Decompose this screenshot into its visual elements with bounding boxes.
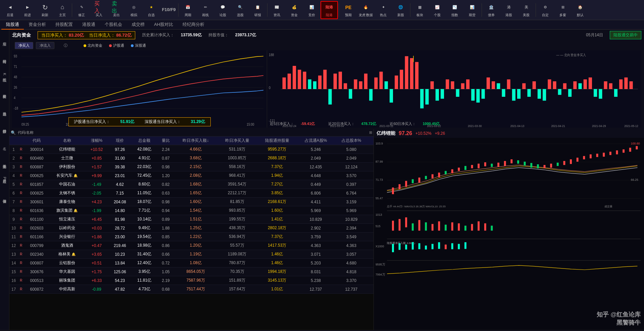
global-button[interactable]: 🌐 新股 xyxy=(392,1,409,19)
sidebar-apply[interactable]: 应用 xyxy=(1,31,9,48)
td-name[interactable]: 伊利股份 xyxy=(49,163,85,171)
table-row[interactable]: 2 R 600460 士兰微 +0.85 31.00 4.91亿 0.87 3.… xyxy=(9,154,374,163)
td-name[interactable]: 以岭药业 xyxy=(49,224,85,233)
table-row[interactable]: 12 R 000799 酒鬼酒 +0.47 219.46 18.98亿 0.86… xyxy=(9,241,374,250)
sidebar-paihang[interactable]: 炒股排行 xyxy=(1,118,9,135)
td-name[interactable]: 格林美 🔔 xyxy=(49,250,85,259)
individual-button[interactable]: 📈 个股 xyxy=(429,1,446,19)
period-button[interactable]: 📅 周期 xyxy=(179,1,197,19)
forum-button[interactable]: 💬 论股 xyxy=(214,1,232,19)
table-row[interactable]: 1 R 300014 亿纬锂能 +10.52 97.26 42.08亿 2.24… xyxy=(9,145,374,154)
td-code[interactable]: 600872 xyxy=(24,285,49,294)
draw-button[interactable]: ✏ 画线 xyxy=(197,1,214,19)
td-code[interactable]: 002603 xyxy=(24,224,49,233)
tab-trade-rank[interactable]: 成交榜 xyxy=(127,20,149,30)
multi-button[interactable]: ⊞ 多窗 xyxy=(554,1,572,19)
compete-button[interactable]: 📊 竞价 xyxy=(303,1,320,19)
tab-hk-connect[interactable]: 港股通 xyxy=(78,20,100,30)
pick-button[interactable]: 🔍 选股 xyxy=(232,1,249,19)
table-row[interactable]: 4 R 000625 长安汽车 🔔 +9.99 23.01 72.45亿 1.2… xyxy=(9,171,374,180)
td-code[interactable]: 601857 xyxy=(24,180,49,189)
td-code[interactable]: 000825 xyxy=(24,189,49,198)
sidebar-chaogupk[interactable]: 超股PK xyxy=(1,171,9,188)
td-name[interactable]: 酒鬼酒 xyxy=(49,241,85,250)
hot-button[interactable]: 🔥 龙虎 数据 xyxy=(357,1,375,19)
table-row[interactable]: 9 R 601100 恒立液压 +6.45 81.98 10.14亿 0.89 … xyxy=(9,215,374,224)
refresh-button[interactable]: ↻ 刷新 xyxy=(36,1,54,19)
table-row[interactable]: 10 R 002603 以岭药业 +0.03 28.72 9.49亿 1.88 … xyxy=(9,224,374,233)
sidebar-individual[interactable]: 个股资料 xyxy=(1,83,9,100)
research-button[interactable]: 📋 研报 xyxy=(249,1,266,19)
sell-button[interactable]: 卖出 卖出 xyxy=(108,1,125,19)
sidebar-kxian[interactable]: K线图 xyxy=(1,66,9,83)
btn-net-buy[interactable]: 净买入 xyxy=(15,42,33,49)
search-icon[interactable]: 🔍 xyxy=(11,130,16,135)
sim-button[interactable]: ◎ 模拟 xyxy=(125,1,143,19)
modify-button[interactable]: ✎ 修正 xyxy=(73,1,90,19)
futures-button[interactable]: 📊 期货 xyxy=(463,1,481,19)
td-name[interactable]: 兴业银行 xyxy=(49,233,85,241)
td-code[interactable]: 601100 xyxy=(24,215,49,224)
tab-hold-config[interactable]: 持股配置 xyxy=(51,20,78,30)
table-row[interactable]: 7 R 300601 康泰生物 +4.23 204.08 18.07亿 0.98… xyxy=(9,198,374,206)
td-name[interactable]: 长安汽车 🔔 xyxy=(49,171,85,180)
td-name[interactable]: 丽珠集团 xyxy=(49,276,85,285)
sidebar-niufen[interactable]: 牛文选股 xyxy=(1,153,9,170)
board-button[interactable]: ▦ 板块 xyxy=(411,1,429,19)
td-code[interactable]: 300601 xyxy=(24,198,49,206)
table-row[interactable]: 13 R 002340 格林美 🔔 +3.65 10.23 31.40亿 0.6… xyxy=(9,250,374,259)
table-row[interactable]: 8 R 601636 旗滨集团 🔔 -1.99 14.80 7.71亿 0.94… xyxy=(9,206,374,215)
self-button[interactable]: ★ 自选 xyxy=(143,1,160,19)
tab-lugang[interactable]: 陆股通 xyxy=(1,20,24,30)
tab-fund-analysis[interactable]: 资金分析 xyxy=(24,20,51,30)
newstock-button[interactable]: ✦ 热点 xyxy=(375,1,392,19)
index-btn[interactable]: 📉 指数 xyxy=(446,1,463,19)
table-row[interactable]: 17 R 600872 中炬高新 -0.89 47.82 4.73亿 0.68 … xyxy=(9,285,374,294)
sidebar-jiazhi[interactable]: 价值评估 xyxy=(1,188,9,205)
tab-broker-analysis[interactable]: 经纪商分析 xyxy=(178,20,209,30)
td-name[interactable]: 中国石油 xyxy=(49,180,85,189)
td-code[interactable]: 300676 xyxy=(24,267,49,276)
funds-button[interactable]: 💰 资金 xyxy=(286,1,303,19)
nc-trade-btn[interactable]: 陆股通交易中 xyxy=(610,31,641,39)
th-change[interactable]: 涨幅% xyxy=(85,136,108,145)
table-row[interactable]: 3 R 600887 伊利股份 +1.57 39.38 22.03亿 0.98 … xyxy=(9,163,374,171)
td-name[interactable]: 中炬高新 xyxy=(49,285,85,294)
td-name[interactable]: 太钢不锈 xyxy=(49,189,85,198)
back-button[interactable]: ◀ 后退 xyxy=(1,1,19,19)
td-code[interactable]: 601636 xyxy=(24,206,49,215)
table-row[interactable]: 16 R 000513 丽珠集团 +6.33 54.23 11.81亿 2.19… xyxy=(9,276,374,285)
table-expand-icon[interactable]: ⊞ xyxy=(369,130,372,135)
default-button[interactable]: 🏠 默认 xyxy=(572,1,589,19)
td-name[interactable]: 云铝股份 xyxy=(49,259,85,267)
td-name[interactable]: 士兰微 xyxy=(49,154,85,163)
table-row[interactable]: 14 R 000807 云铝股份 +0.51 13.84 12.40亿 0.72… xyxy=(9,259,374,267)
custom-button[interactable]: ⚙ 自定 xyxy=(537,1,554,19)
buy-button[interactable]: 买入 买入 xyxy=(90,1,108,19)
td-code[interactable]: 002340 xyxy=(24,250,49,259)
td-code[interactable]: 601166 xyxy=(24,233,49,241)
home-button[interactable]: ⌂ 主页 xyxy=(54,1,71,19)
pe-button[interactable]: PE 预期 xyxy=(340,1,357,19)
sidebar-fenshi[interactable]: 分时图 xyxy=(1,48,9,65)
table-row[interactable]: 6 R 000825 太钢不锈 -2.05 7.15 11.05亿 0.63 1… xyxy=(9,189,374,198)
usastocks-button[interactable]: 美 美股 xyxy=(517,1,535,19)
td-name[interactable]: 恒立液压 xyxy=(49,215,85,224)
sidebar-name[interactable]: 名 xyxy=(1,136,9,153)
table-row[interactable]: 11 R 601166 兴业银行 +1.86 23.00 19.54亿 0.85… xyxy=(9,233,374,241)
td-code[interactable]: 000513 xyxy=(24,276,49,285)
sidebar-zixuan[interactable]: 自选股 xyxy=(1,101,9,118)
bonds-button[interactable]: 🏦 债券 xyxy=(483,1,500,19)
table-row[interactable]: 5 R 601857 中国石油 -1.49 4.62 8.60亿 0.82 1.… xyxy=(9,180,374,189)
th-yes-buy[interactable]: 昨日净买入额↓ xyxy=(174,136,217,145)
f10-button[interactable]: F10/F9 xyxy=(160,1,178,19)
lugang-button[interactable]: 陆港 陆港 xyxy=(320,1,338,19)
forward-button[interactable]: ▶ 前进 xyxy=(19,1,36,19)
hkstocks-button[interactable]: 港 港股 xyxy=(500,1,517,19)
news-button[interactable]: 📰 资讯 xyxy=(268,1,286,19)
td-code[interactable]: 000799 xyxy=(24,241,49,250)
tab-individual-meeting[interactable]: 个股机会 xyxy=(100,20,127,30)
td-name[interactable]: 华大基因 xyxy=(49,267,85,276)
td-name[interactable]: 亿纬锂能 xyxy=(49,145,85,154)
table-row[interactable]: 15 R 300676 华大基因 +1.75 125.06 3.95亿 1.05… xyxy=(9,267,374,276)
